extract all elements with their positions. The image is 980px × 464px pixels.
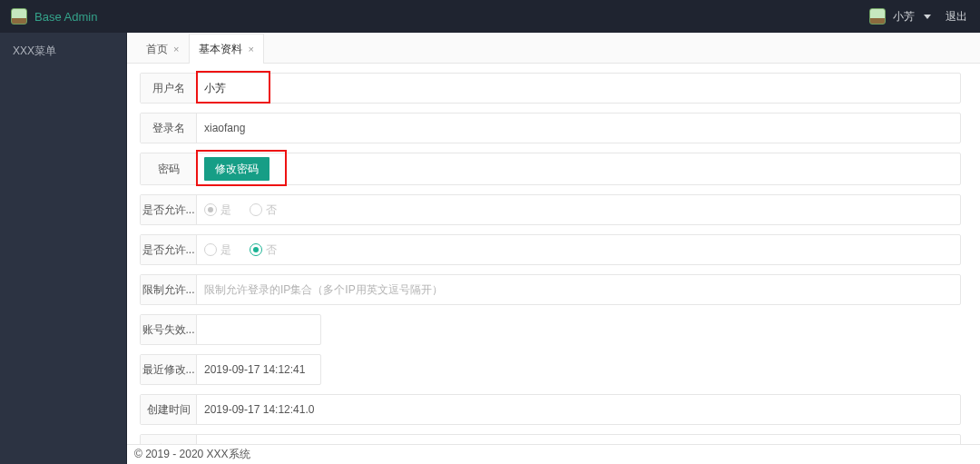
label-ip-restrict: 限制允许... [141,275,197,304]
close-icon[interactable]: × [173,35,179,64]
radio-no[interactable]: 否 [250,202,277,218]
top-bar: Base Admin 小芳 退出 [0,0,980,33]
row-username: 用户名 [140,73,961,104]
avatar-icon [869,8,886,25]
row-allow-1: 是否允许... 是 否 [140,194,961,225]
label-expire: 账号失效... [141,315,197,344]
brand-area[interactable]: Base Admin [0,8,127,25]
label-update-time: 更新时间 [141,435,197,444]
row-loginname: 登录名 xiaofang [140,113,961,143]
tab-bar: 首页 × 基本资料 × [127,33,980,64]
label-last-modify: 最近修改... [141,355,197,384]
radio-no[interactable]: 否 [250,242,277,258]
label-create-time: 创建时间 [141,395,197,424]
row-password: 密码 修改密码 [140,153,961,185]
chevron-down-icon [924,15,931,19]
row-update-time: 更新时间 2019-09-17 14:28:57.0 [140,434,961,444]
user-menu[interactable]: 小芳 退出 [869,8,980,25]
tab-label: 首页 [146,35,168,64]
expire-input[interactable] [204,319,299,341]
row-allow-2: 是否允许... 是 否 [140,234,961,265]
tab-home[interactable]: 首页 × [136,34,189,64]
update-time-value: 2019-09-17 14:28:57.0 [204,443,314,444]
footer: © 2019 - 2020 XXX系统 [127,444,980,464]
brand-text: Base Admin [34,10,97,24]
radio-dot-icon [204,203,217,216]
change-password-button[interactable]: 修改密码 [204,157,270,181]
label-allow-1: 是否允许... [141,195,197,224]
row-expire: 账号失效... [140,314,321,345]
brand-icon [11,8,27,25]
close-icon[interactable]: × [248,35,253,64]
ip-restrict-input[interactable] [197,279,960,301]
radio-dot-icon [250,243,262,256]
footer-text: © 2019 - 2020 XXX系统 [134,447,250,462]
last-modify-value: 2019-09-17 14:12:41.0 [204,363,306,376]
radio-yes[interactable]: 是 [204,202,231,218]
radio-yes[interactable]: 是 [204,242,231,258]
label-loginname: 登录名 [141,114,197,143]
row-ip-restrict: 限制允许... [140,274,961,305]
sidebar-menu-header[interactable]: XXX菜单 [0,33,126,70]
sidebar: XXX菜单 [0,33,127,464]
label-password: 密码 [141,153,197,184]
loginname-value: xiaofang [204,122,245,134]
user-name-label: 小芳 [893,9,915,25]
label-allow-2: 是否允许... [141,235,197,264]
username-input[interactable] [204,77,953,99]
tab-profile[interactable]: 基本资料 × [189,34,263,64]
content-area: 用户名 登录名 xiaofang 密码 修改密码 [127,64,980,444]
logout-link[interactable]: 退出 [946,9,967,25]
create-time-value: 2019-09-17 14:12:41.0 [204,403,314,416]
row-create-time: 创建时间 2019-09-17 14:12:41.0 [140,394,961,425]
radio-dot-icon [204,243,217,256]
radio-dot-icon [250,203,262,216]
tab-label: 基本资料 [199,35,242,64]
label-username: 用户名 [141,74,197,103]
row-last-modify: 最近修改... 2019-09-17 14:12:41.0 [140,354,321,385]
